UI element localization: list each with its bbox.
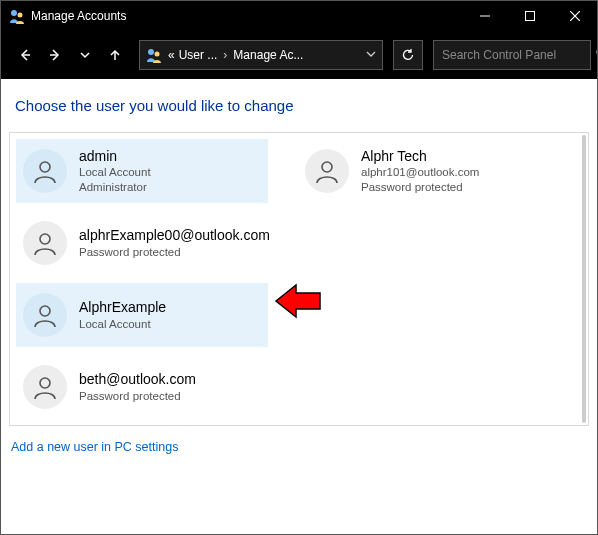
accounts-list: admin Local Account Administrator Alphr … bbox=[9, 132, 589, 426]
svg-point-10 bbox=[155, 52, 160, 57]
red-arrow-annotation bbox=[274, 281, 324, 325]
svg-point-0 bbox=[11, 10, 17, 16]
account-sub: Password protected bbox=[79, 389, 196, 403]
breadcrumb[interactable]: « User ... › Manage Ac... bbox=[139, 40, 383, 70]
svg-point-17 bbox=[40, 378, 50, 388]
account-item-alphrexample00[interactable]: alphrExample00@outlook.com Password prot… bbox=[16, 211, 268, 275]
window-title: Manage Accounts bbox=[31, 9, 126, 23]
user-accounts-icon bbox=[146, 47, 162, 63]
svg-point-14 bbox=[322, 162, 332, 172]
back-button[interactable] bbox=[11, 41, 39, 69]
window-frame: Manage Accounts bbox=[0, 0, 598, 535]
account-sub: Local Account bbox=[79, 165, 151, 179]
scrollbar[interactable] bbox=[582, 135, 586, 423]
breadcrumb-seg1[interactable]: User ... bbox=[179, 48, 218, 62]
account-sub: Password protected bbox=[361, 180, 479, 194]
account-sub: Local Account bbox=[79, 317, 166, 331]
avatar-icon bbox=[23, 365, 67, 409]
up-button[interactable] bbox=[101, 41, 129, 69]
account-name: admin bbox=[79, 148, 151, 166]
avatar-icon bbox=[305, 149, 349, 193]
minimize-button[interactable] bbox=[462, 1, 507, 31]
close-button[interactable] bbox=[552, 1, 597, 31]
chevron-right-icon: › bbox=[223, 48, 227, 62]
account-item-admin[interactable]: admin Local Account Administrator bbox=[16, 139, 268, 203]
add-user-link[interactable]: Add a new user in PC settings bbox=[11, 440, 178, 454]
svg-point-9 bbox=[148, 49, 154, 55]
avatar-icon bbox=[23, 149, 67, 193]
svg-point-15 bbox=[40, 234, 50, 244]
account-item-alphrexample[interactable]: AlphrExample Local Account bbox=[16, 283, 268, 347]
maximize-button[interactable] bbox=[507, 1, 552, 31]
recent-locations-button[interactable] bbox=[71, 41, 99, 69]
avatar-icon bbox=[23, 221, 67, 265]
account-sub: alphr101@outlook.com bbox=[361, 165, 479, 179]
breadcrumb-prefix: « bbox=[168, 48, 175, 62]
navbar: « User ... › Manage Ac... bbox=[1, 31, 597, 79]
breadcrumb-seg2[interactable]: Manage Ac... bbox=[233, 48, 303, 62]
refresh-button[interactable] bbox=[393, 40, 423, 70]
svg-point-13 bbox=[40, 162, 50, 172]
search-box[interactable] bbox=[433, 40, 591, 70]
account-sub: Password protected bbox=[79, 245, 270, 259]
svg-point-16 bbox=[40, 306, 50, 316]
account-name: Alphr Tech bbox=[361, 148, 479, 166]
svg-rect-3 bbox=[525, 12, 534, 21]
forward-button[interactable] bbox=[41, 41, 69, 69]
avatar-icon bbox=[23, 293, 67, 337]
account-name: alphrExample00@outlook.com bbox=[79, 227, 270, 245]
user-accounts-icon bbox=[9, 8, 25, 24]
content-area: Choose the user you would like to change… bbox=[1, 79, 597, 534]
account-item-beth[interactable]: beth@outlook.com Password protected bbox=[16, 355, 268, 419]
account-item-alphr-tech[interactable]: Alphr Tech alphr101@outlook.com Password… bbox=[298, 139, 550, 203]
svg-point-1 bbox=[18, 13, 23, 18]
titlebar: Manage Accounts bbox=[1, 1, 597, 31]
page-title: Choose the user you would like to change bbox=[15, 97, 589, 114]
chevron-down-icon[interactable] bbox=[366, 48, 376, 62]
account-sub: Administrator bbox=[79, 180, 151, 194]
search-input[interactable] bbox=[442, 48, 592, 62]
account-name: AlphrExample bbox=[79, 299, 166, 317]
account-name: beth@outlook.com bbox=[79, 371, 196, 389]
